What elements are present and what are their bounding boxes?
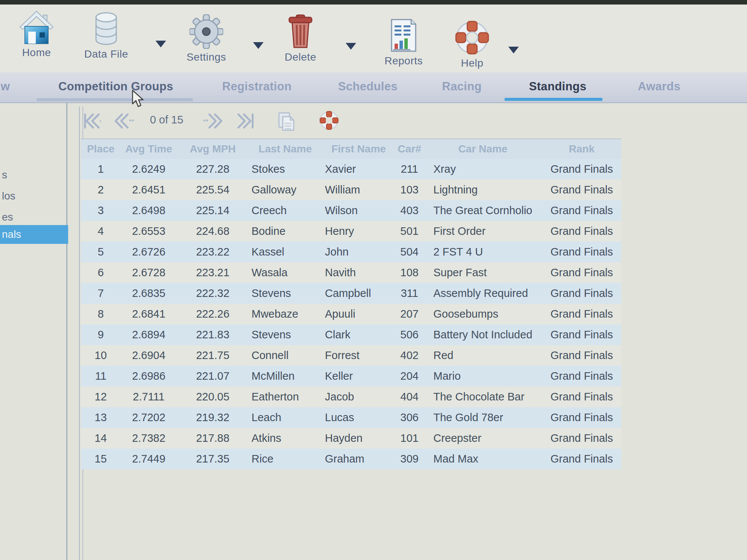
cell-car: 311 — [395, 287, 424, 300]
table-row[interactable]: 12.6249227.28StokesXavier211XrayGrand Fi… — [81, 159, 621, 180]
cell-last-name: Stevens — [248, 329, 322, 341]
toolbar-label: Settings — [184, 51, 229, 63]
table-row[interactable]: 152.7449217.35RiceGraham309Mad MaxGrand … — [81, 449, 621, 469]
dropdown-arrow-icon[interactable] — [155, 41, 166, 47]
next-record-button[interactable] — [203, 112, 223, 132]
cell-avg-time: 2.6894 — [120, 329, 177, 341]
sidebar-item-nals[interactable]: nals — [0, 225, 68, 244]
tab-awards[interactable]: Awards — [638, 80, 680, 93]
cell-place: 12 — [81, 391, 120, 403]
table-row[interactable]: 142.7382217.88AtkinsHayden101CreepsterGr… — [81, 428, 621, 449]
tab-bar: wCompetition GroupsRegistrationSchedules… — [0, 72, 747, 103]
table-row[interactable]: 32.6498225.14CreechWilson403The Great Co… — [81, 200, 621, 221]
standings-table: PlaceAvg TimeAvg MPHLast NameFirst NameC… — [81, 138, 621, 469]
previous-record-button[interactable] — [114, 112, 134, 132]
cell-car-name: Xray — [424, 163, 542, 175]
settings-gear-icon — [184, 14, 229, 49]
cell-car: 501 — [395, 225, 424, 237]
table-row[interactable]: 52.6726223.22KasselJohn5042 FST 4 UGrand… — [81, 242, 621, 262]
tab-standings[interactable]: Standings — [529, 80, 587, 93]
column-header-rank[interactable]: Rank — [542, 143, 621, 155]
data-file-icon — [80, 11, 133, 46]
cell-place: 13 — [81, 411, 120, 424]
tab-competition-groups[interactable]: Competition Groups — [58, 80, 173, 93]
cell-rank: Grand Finals — [542, 246, 621, 258]
dropdown-arrow-icon[interactable] — [253, 42, 264, 49]
cell-avg-time: 2.6841 — [120, 308, 177, 320]
table-row[interactable]: 42.6553224.68BodineHenry501First OrderGr… — [81, 221, 621, 242]
cell-rank: Grand Finals — [542, 287, 621, 300]
toolbar-button-reports[interactable]: Reports — [380, 18, 428, 67]
table-row[interactable]: 82.6841222.26MwebazeApuuli207GoosebumpsG… — [81, 304, 621, 324]
tab-racing[interactable]: Racing — [442, 80, 482, 93]
table-row[interactable]: 112.6986221.07McMillenKeller204MarioGran… — [81, 366, 621, 387]
cell-first-name: John — [322, 246, 395, 258]
toolbar-button-data-file[interactable]: Data File — [80, 11, 133, 60]
sidebar-item-es[interactable]: es — [0, 208, 67, 227]
cell-avg-mph: 221.07 — [177, 370, 248, 382]
cell-last-name: McMillen — [248, 370, 322, 382]
record-position-label: 0 of 15 — [145, 114, 188, 126]
cell-rank: Grand Finals — [542, 329, 621, 341]
cell-place: 2 — [81, 184, 120, 196]
cell-avg-time: 2.6249 — [120, 163, 177, 175]
cell-car-name: Assembly Required — [424, 287, 542, 300]
cell-car-name: Lightning — [424, 184, 542, 196]
cell-avg-mph: 222.32 — [177, 287, 248, 300]
column-header-avg-time[interactable]: Avg Time — [120, 143, 177, 155]
table-row[interactable]: 132.7202219.32LeachLucas306The Gold 78er… — [81, 407, 621, 428]
dropdown-arrow-icon[interactable] — [508, 47, 519, 53]
toolbar-button-settings[interactable]: Settings — [184, 14, 229, 63]
column-header-last-name[interactable]: Last Name — [248, 143, 322, 155]
cell-avg-time: 2.6904 — [120, 349, 177, 362]
table-row[interactable]: 102.6904221.75ConnellForrest402RedGrand … — [81, 345, 621, 366]
cell-last-name: Bodine — [248, 225, 322, 237]
cell-avg-time: 2.6726 — [120, 246, 177, 258]
table-row[interactable]: 122.7111220.05EathertonJacob404The Choco… — [81, 387, 621, 407]
table-row[interactable]: 22.6451225.54GallowayWilliam103Lightning… — [81, 180, 621, 200]
cell-last-name: Leach — [248, 411, 322, 424]
cell-car: 506 — [395, 329, 424, 341]
help-lifering-icon — [453, 20, 492, 55]
table-row[interactable]: 92.6894221.83StevensClark506Battery Not … — [81, 324, 621, 345]
cell-first-name: Xavier — [322, 163, 395, 175]
cell-car: 403 — [395, 204, 424, 217]
copy-standings-button[interactable] — [277, 111, 296, 133]
cell-car: 306 — [395, 411, 424, 424]
cell-rank: Grand Finals — [542, 411, 621, 424]
tab-w[interactable]: w — [1, 80, 10, 93]
cell-car: 402 — [395, 349, 424, 362]
cell-first-name: Campbell — [322, 287, 395, 300]
cell-rank: Grand Finals — [542, 184, 621, 196]
toolbar: Home Data File Settings — [0, 5, 747, 72]
window-top-edge — [0, 0, 747, 5]
column-header-place[interactable]: Place — [81, 143, 120, 155]
cell-avg-mph: 223.21 — [177, 266, 248, 279]
cell-last-name: Stokes — [248, 163, 322, 175]
sidebar-item-los[interactable]: los — [0, 187, 67, 205]
first-record-button[interactable] — [83, 112, 102, 132]
cell-first-name: Hayden — [322, 432, 395, 444]
column-header-car[interactable]: Car# — [395, 143, 424, 155]
toolbar-button-help[interactable]: Help — [453, 20, 492, 69]
cell-car-name: The Chocolate Bar — [424, 391, 542, 403]
dropdown-arrow-icon[interactable] — [346, 43, 356, 50]
cell-first-name: Navith — [322, 266, 395, 279]
tab-registration[interactable]: Registration — [222, 80, 291, 93]
toolbar-button-delete[interactable]: Delete — [279, 14, 322, 63]
cell-car-name: First Order — [424, 225, 542, 237]
cell-rank: Grand Finals — [542, 453, 621, 465]
tab-schedules[interactable]: Schedules — [338, 80, 398, 93]
last-record-button[interactable] — [235, 112, 254, 132]
sidebar-item-s[interactable]: s — [0, 166, 67, 184]
help-ring-button[interactable] — [319, 111, 339, 132]
cell-car: 103 — [395, 184, 424, 196]
cell-avg-time: 2.7202 — [120, 411, 177, 424]
column-header-car-name[interactable]: Car Name — [424, 143, 542, 155]
table-row[interactable]: 62.6728223.21WasalaNavith108Super FastGr… — [81, 262, 621, 283]
table-row[interactable]: 72.6835222.32StevensCampbell311Assembly … — [81, 283, 621, 304]
column-header-first-name[interactable]: First Name — [322, 143, 395, 155]
cell-avg-time: 2.6451 — [120, 184, 177, 196]
toolbar-button-home[interactable]: Home — [12, 10, 61, 59]
column-header-avg-mph[interactable]: Avg MPH — [177, 143, 248, 155]
